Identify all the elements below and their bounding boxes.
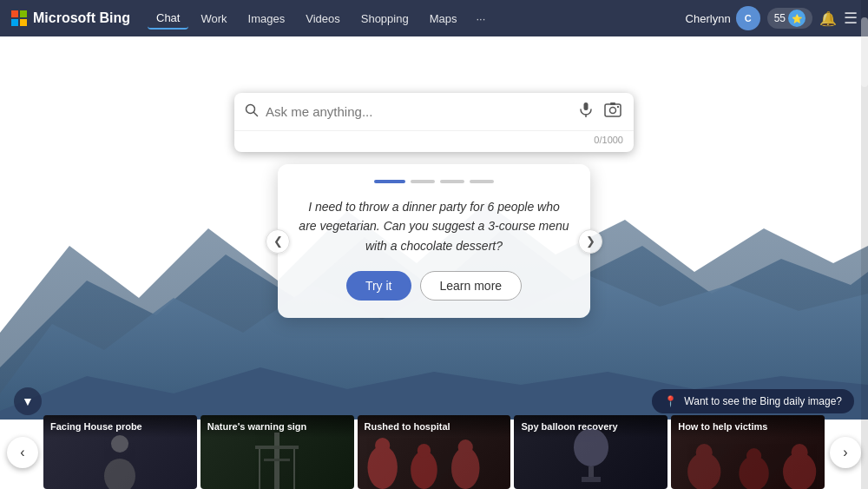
carousel-next-button[interactable]: ❯ xyxy=(578,229,602,254)
scrollbar-thumb[interactable] xyxy=(861,17,868,87)
news-card-2[interactable]: Nature's warning sign xyxy=(201,415,354,489)
location-pin-icon: 📍 xyxy=(664,395,677,407)
nav-more-button[interactable]: ··· xyxy=(469,9,492,29)
nav-link-shopping[interactable]: Shopping xyxy=(352,9,418,29)
news-card-3[interactable]: Rushed to hospital xyxy=(358,415,511,489)
svg-rect-19 xyxy=(255,446,299,449)
search-top xyxy=(234,93,634,130)
svg-point-17 xyxy=(104,459,135,489)
news-card-1[interactable]: Facing House probe xyxy=(43,415,197,489)
try-it-button[interactable]: Try it xyxy=(346,271,411,301)
nav-bell-icon[interactable]: 🔔 xyxy=(819,10,837,27)
svg-rect-20 xyxy=(264,459,290,461)
navbar: Microsoft Bing Chat Work Images Videos S… xyxy=(0,0,868,36)
search-icon xyxy=(245,103,259,121)
bottom-bar: ▼ 📍 Want to see the Bing daily image? xyxy=(0,387,868,415)
daily-image-button[interactable]: 📍 Want to see the Bing daily image? xyxy=(652,389,854,413)
nav-link-work[interactable]: Work xyxy=(192,9,235,29)
daily-image-label: Want to see the Bing daily image? xyxy=(684,395,842,407)
nav-link-images[interactable]: Images xyxy=(240,9,294,29)
carousel-action-buttons: Try it Learn more xyxy=(346,271,522,301)
nav-logo-text: Microsoft Bing xyxy=(33,10,130,26)
nav-user[interactable]: Cherlynn C xyxy=(686,6,760,30)
svg-rect-5 xyxy=(20,10,27,17)
nav-user-name: Cherlynn xyxy=(686,12,731,25)
svg-point-26 xyxy=(417,444,430,458)
svg-rect-4 xyxy=(11,10,18,17)
nav-points[interactable]: 55 ⭐ xyxy=(767,8,812,29)
svg-point-13 xyxy=(610,108,616,114)
search-counter: 0/1000 xyxy=(594,135,623,145)
svg-point-37 xyxy=(792,444,808,461)
svg-point-35 xyxy=(746,448,761,464)
nav-points-text: 55 xyxy=(774,12,786,24)
carousel-prompt-text: I need to throw a dinner party for 6 peo… xyxy=(299,197,569,255)
news-card-5[interactable]: How to help victims xyxy=(671,415,825,489)
search-container: 0/1000 xyxy=(234,93,634,152)
nav-logo[interactable]: Microsoft Bing xyxy=(10,10,130,27)
nav-link-maps[interactable]: Maps xyxy=(421,9,466,29)
carousel-card: ❮ I need to throw a dinner party for 6 p… xyxy=(278,164,590,318)
nav-reward-icon: ⭐ xyxy=(788,10,806,27)
chevron-down-icon: ▼ xyxy=(22,394,34,408)
carousel-dot-3[interactable] xyxy=(440,180,464,183)
svg-point-28 xyxy=(457,439,472,455)
nav-hamburger-icon[interactable]: ☰ xyxy=(844,9,858,28)
svg-rect-15 xyxy=(617,106,619,108)
visual-search-icon[interactable] xyxy=(602,100,623,123)
svg-rect-14 xyxy=(610,102,615,105)
svg-rect-6 xyxy=(11,19,18,26)
svg-rect-31 xyxy=(582,477,601,482)
nav-link-chat[interactable]: Chat xyxy=(148,8,188,30)
microsoft-logo-icon xyxy=(10,10,28,27)
svg-line-9 xyxy=(254,112,258,116)
news-next-button[interactable]: › xyxy=(830,437,861,468)
carousel-dots xyxy=(374,180,494,183)
scrollbar[interactable] xyxy=(861,0,868,489)
nav-right: Cherlynn C 55 ⭐ 🔔 ☰ xyxy=(686,6,858,30)
carousel-dot-1[interactable] xyxy=(374,180,405,183)
carousel-prev-button[interactable]: ❮ xyxy=(266,229,290,254)
carousel-dot-4[interactable] xyxy=(470,180,494,183)
nav-links: Chat Work Images Videos Shopping Maps ··… xyxy=(148,8,686,30)
svg-point-16 xyxy=(111,435,128,453)
search-input[interactable] xyxy=(266,104,569,119)
voice-search-icon[interactable] xyxy=(576,100,595,123)
svg-point-33 xyxy=(696,444,713,461)
learn-more-button[interactable]: Learn more xyxy=(420,271,523,301)
collapse-button[interactable]: ▼ xyxy=(14,387,42,415)
svg-point-29 xyxy=(574,428,608,466)
news-prev-button[interactable]: ‹ xyxy=(7,437,38,468)
svg-point-24 xyxy=(375,438,390,453)
svg-rect-7 xyxy=(20,19,27,26)
nav-avatar: C xyxy=(736,6,760,30)
nav-link-videos[interactable]: Videos xyxy=(297,9,349,29)
news-row: ‹ Facing House probe Nature's warning si… xyxy=(0,415,868,489)
carousel-dot-2[interactable] xyxy=(411,180,435,183)
news-card-4[interactable]: Spy balloon recovery xyxy=(514,415,667,489)
svg-rect-10 xyxy=(584,102,589,110)
search-bottom: 0/1000 xyxy=(234,130,634,152)
